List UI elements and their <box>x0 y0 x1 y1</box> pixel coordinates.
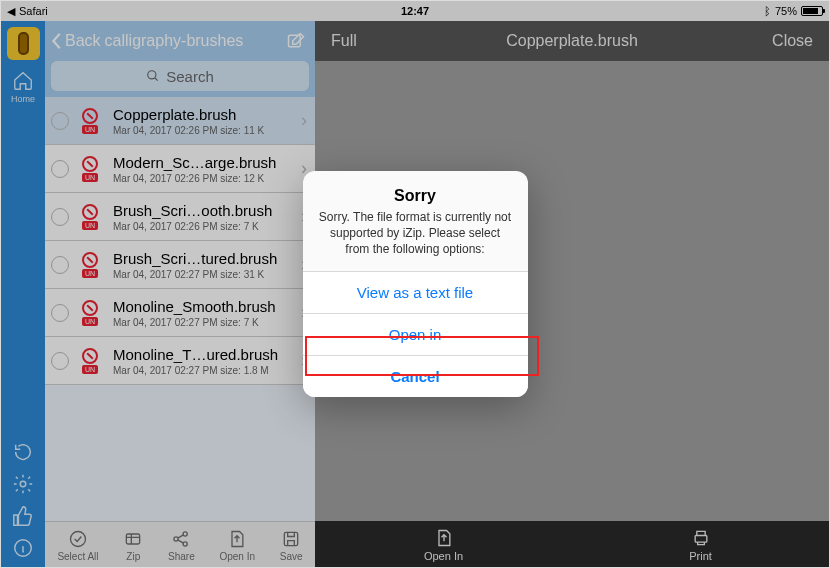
dialog-message: Sorry. The file format is currently not … <box>317 209 514 258</box>
dialog-view-as-text-button[interactable]: View as a text file <box>303 271 528 313</box>
dialog-cancel-button[interactable]: Cancel <box>303 355 528 397</box>
modal-overlay: Sorry Sorry. The file format is currentl… <box>1 1 829 567</box>
dialog-title: Sorry <box>317 187 514 205</box>
dialog-open-in-button[interactable]: Open in <box>303 313 528 355</box>
unsupported-format-dialog: Sorry Sorry. The file format is currentl… <box>303 171 528 398</box>
